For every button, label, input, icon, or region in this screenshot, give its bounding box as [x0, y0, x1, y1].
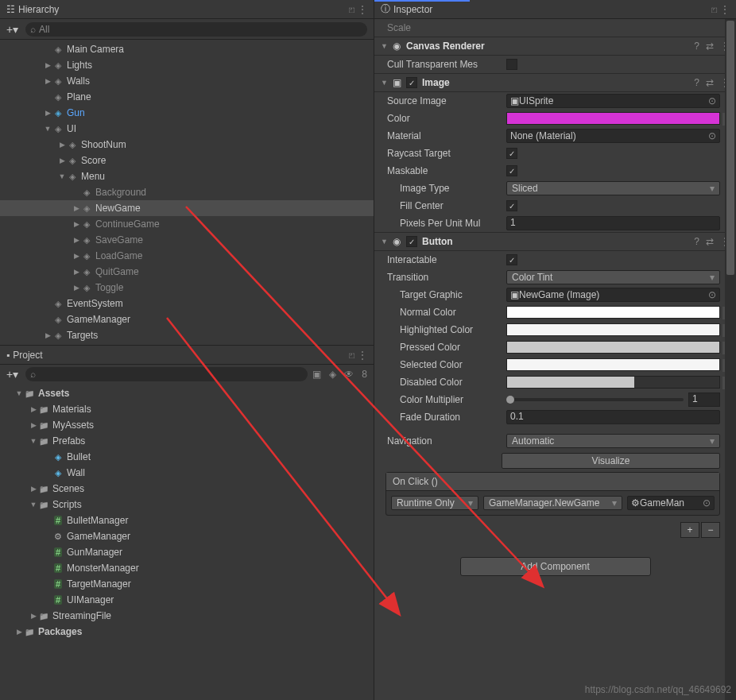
tree-item[interactable]: ▶Materials: [0, 401, 374, 417]
tree-item[interactable]: GameManager: [0, 311, 374, 327]
preset-icon[interactable]: ⇄: [706, 77, 714, 88]
add-component-button[interactable]: Add Component: [460, 557, 651, 576]
tree-item[interactable]: GameManager: [0, 528, 374, 544]
foldout-arrow[interactable]: ▼: [381, 238, 390, 246]
lock-icon[interactable]: ⏍: [711, 4, 717, 15]
foldout-arrow[interactable]: ▼: [381, 42, 390, 50]
tree-item[interactable]: EventSystem: [0, 296, 374, 311]
highlighted-color-field[interactable]: /: [506, 323, 720, 336]
color-multiplier-slider[interactable]: [506, 398, 684, 401]
menu-icon[interactable]: ⋮: [358, 350, 367, 361]
expand-arrow[interactable]: ▼: [14, 389, 24, 397]
object-picker-icon[interactable]: ⊙: [708, 95, 716, 106]
tree-item[interactable]: ▼Prefabs: [0, 433, 374, 449]
filter-icon[interactable]: ▣: [312, 369, 321, 380]
expand-arrow[interactable]: ▶: [72, 268, 81, 276]
tree-item[interactable]: ▶Lights: [0, 57, 374, 73]
tree-item[interactable]: Bullet: [0, 449, 374, 465]
material-field[interactable]: None (Material) ⊙: [506, 129, 720, 143]
preset-icon[interactable]: ⇄: [706, 236, 714, 247]
add-event-button[interactable]: +: [680, 522, 699, 538]
expand-arrow[interactable]: ▶: [43, 77, 52, 85]
project-search[interactable]: ⌕: [25, 367, 308, 381]
canvas-renderer-header[interactable]: ▼ ◉ Canvas Renderer ? ⇄ ⋮: [374, 37, 736, 56]
tree-item[interactable]: ▼Scripts: [0, 497, 374, 512]
tree-item[interactable]: ▶ShootNum: [0, 137, 374, 153]
lock-icon[interactable]: ⏍: [349, 4, 354, 15]
tree-item[interactable]: ▶Score: [0, 153, 374, 168]
tree-item[interactable]: ▶StreamingFile: [0, 608, 374, 624]
preset-icon[interactable]: ⇄: [706, 41, 714, 52]
expand-arrow[interactable]: ▶: [43, 109, 52, 117]
object-picker-icon[interactable]: ⊙: [703, 497, 711, 509]
inspector-scrollbar[interactable]: [725, 19, 736, 700]
tree-item[interactable]: ▶Gun: [0, 105, 374, 121]
tree-item[interactable]: Plane: [0, 89, 374, 105]
project-tree[interactable]: ▼Assets▶Materials▶MyAssets▼PrefabsBullet…: [0, 384, 374, 700]
tree-item[interactable]: ▶NewGame: [0, 200, 374, 216]
object-picker-icon[interactable]: ⊙: [708, 130, 716, 141]
add-button[interactable]: +▾: [6, 23, 21, 36]
pressed-color-field[interactable]: /: [506, 341, 720, 354]
expand-arrow[interactable]: ▶: [57, 157, 67, 164]
runtime-dropdown[interactable]: Runtime Only: [391, 496, 478, 510]
button-component-header[interactable]: ▼ ◉ Button ? ⇄ ⋮: [374, 232, 736, 251]
image-component-header[interactable]: ▼ ▣ Image ? ⇄ ⋮: [374, 73, 736, 92]
expand-arrow[interactable]: ▶: [43, 61, 52, 69]
transition-dropdown[interactable]: Color Tint: [506, 270, 720, 284]
tree-item[interactable]: ▶SaveGame: [0, 232, 374, 248]
expand-arrow[interactable]: ▶: [29, 485, 38, 493]
image-type-dropdown[interactable]: Sliced: [506, 181, 720, 195]
remove-event-button[interactable]: −: [701, 522, 720, 538]
expand-arrow[interactable]: ▶: [29, 612, 38, 620]
expand-arrow[interactable]: ▼: [29, 501, 38, 509]
expand-arrow[interactable]: ▼: [57, 172, 67, 180]
expand-arrow[interactable]: ▶: [72, 236, 81, 244]
expand-arrow[interactable]: ▶: [72, 204, 81, 212]
tree-item[interactable]: ▼Assets: [0, 385, 374, 401]
expand-arrow[interactable]: ▶: [29, 405, 38, 413]
tree-item[interactable]: ▶Targets: [0, 327, 374, 343]
tree-item[interactable]: Background: [0, 184, 374, 200]
tree-item[interactable]: Main Camera: [0, 41, 374, 57]
event-object-field[interactable]: ⚙ GameMan ⊙: [627, 496, 715, 510]
color-field[interactable]: /: [506, 112, 720, 125]
foldout-arrow[interactable]: ▼: [381, 79, 390, 87]
tag-icon[interactable]: ◈: [329, 369, 336, 380]
tree-item[interactable]: MonsterManager: [0, 560, 374, 576]
help-icon[interactable]: ?: [694, 77, 699, 88]
tree-item[interactable]: TargetManager: [0, 576, 374, 592]
tree-item[interactable]: GunManager: [0, 544, 374, 560]
tree-item[interactable]: ▶Packages: [0, 624, 374, 640]
menu-icon[interactable]: ⋮: [720, 4, 730, 15]
help-icon[interactable]: ?: [694, 41, 699, 52]
tree-item[interactable]: ▶Walls: [0, 73, 374, 89]
ppu-field[interactable]: 1: [506, 216, 720, 230]
hierarchy-tree[interactable]: Main Camera▶Lights▶WallsPlane▶Gun▼UI▶Sho…: [0, 40, 374, 345]
callback-dropdown[interactable]: GameManager.NewGame: [483, 496, 622, 510]
hidden-icon[interactable]: 👁: [344, 369, 354, 380]
color-multiplier-value[interactable]: 1: [688, 393, 720, 407]
maskable-checkbox[interactable]: [506, 165, 517, 176]
tree-item[interactable]: ▶MyAssets: [0, 417, 374, 433]
hierarchy-search[interactable]: ⌕ All: [25, 22, 367, 37]
image-enabled-checkbox[interactable]: [406, 77, 417, 88]
cull-transparent-checkbox[interactable]: [506, 59, 517, 70]
object-picker-icon[interactable]: ⊙: [708, 289, 716, 300]
normal-color-field[interactable]: /: [506, 306, 720, 319]
add-button[interactable]: +▾: [6, 368, 21, 381]
tree-item[interactable]: ▼Menu: [0, 168, 374, 184]
visibility-icon[interactable]: ◉: [390, 41, 403, 52]
tree-item[interactable]: ▶QuitGame: [0, 264, 374, 280]
expand-arrow[interactable]: ▶: [72, 220, 81, 228]
expand-arrow[interactable]: ▶: [29, 421, 38, 429]
selected-color-field[interactable]: /: [506, 358, 720, 371]
target-graphic-field[interactable]: ▣ NewGame (Image) ⊙: [506, 288, 720, 302]
expand-arrow[interactable]: ▶: [72, 284, 81, 292]
interactable-checkbox[interactable]: [506, 254, 517, 265]
button-enabled-checkbox[interactable]: [406, 236, 417, 247]
expand-arrow[interactable]: ▼: [29, 437, 38, 445]
tree-item[interactable]: ▼UI: [0, 121, 374, 137]
navigation-dropdown[interactable]: Automatic: [506, 434, 720, 448]
fill-center-checkbox[interactable]: [506, 200, 517, 211]
